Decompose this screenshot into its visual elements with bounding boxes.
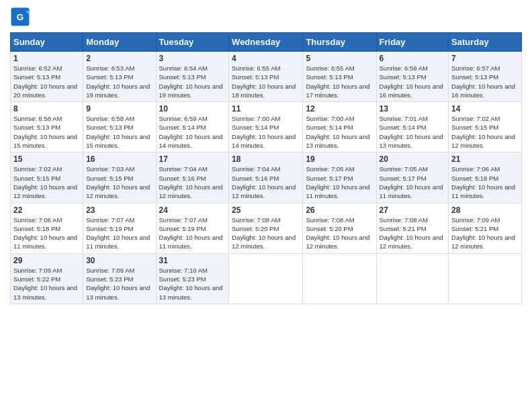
calendar-cell: 24 Sunrise: 7:07 AM Sunset: 5:19 PM Dayl… — [156, 203, 229, 253]
day-number: 5 — [306, 54, 373, 63]
day-number: 25 — [232, 205, 300, 215]
calendar-cell: 15 Sunrise: 7:02 AM Sunset: 5:15 PM Dayl… — [11, 152, 83, 203]
header-day: Monday — [83, 33, 156, 52]
day-info: Sunrise: 6:59 AM Sunset: 5:14 PM Dayligh… — [159, 114, 226, 150]
calendar-week-row: 1 Sunrise: 6:52 AM Sunset: 5:13 PM Dayli… — [11, 52, 522, 102]
day-number: 31 — [159, 256, 226, 265]
calendar-cell: 23 Sunrise: 7:07 AM Sunset: 5:19 PM Dayl… — [83, 203, 156, 253]
logo: G — [10, 7, 32, 27]
day-info: Sunrise: 7:02 AM Sunset: 5:15 PM Dayligh… — [13, 165, 80, 200]
logo-icon: G — [10, 7, 30, 27]
calendar-cell: 5 Sunrise: 6:55 AM Sunset: 5:13 PM Dayli… — [303, 52, 376, 102]
day-info: Sunrise: 7:09 AM Sunset: 5:22 PM Dayligh… — [13, 266, 80, 302]
calendar-cell: 16 Sunrise: 7:03 AM Sunset: 5:15 PM Dayl… — [83, 152, 156, 203]
day-number: 28 — [451, 205, 519, 215]
calendar-cell: 14 Sunrise: 7:02 AM Sunset: 5:15 PM Dayl… — [449, 102, 522, 152]
calendar-cell: 19 Sunrise: 7:05 AM Sunset: 5:17 PM Dayl… — [303, 152, 376, 203]
day-info: Sunrise: 6:55 AM Sunset: 5:13 PM Dayligh… — [232, 64, 300, 99]
day-info: Sunrise: 6:53 AM Sunset: 5:13 PM Dayligh… — [86, 64, 152, 99]
day-number: 26 — [306, 205, 373, 215]
calendar-cell: 10 Sunrise: 6:59 AM Sunset: 5:14 PM Dayl… — [156, 102, 229, 152]
day-info: Sunrise: 7:10 AM Sunset: 5:23 PM Dayligh… — [159, 266, 226, 302]
day-number: 4 — [232, 54, 300, 63]
day-info: Sunrise: 6:57 AM Sunset: 5:13 PM Dayligh… — [451, 64, 519, 99]
calendar-week-row: 8 Sunrise: 6:58 AM Sunset: 5:13 PM Dayli… — [11, 102, 522, 152]
calendar-cell — [449, 253, 522, 304]
day-number: 24 — [159, 205, 226, 215]
calendar-table: SundayMondayTuesdayWednesdayThursdayFrid… — [10, 32, 522, 304]
day-info: Sunrise: 7:02 AM Sunset: 5:15 PM Dayligh… — [451, 114, 519, 150]
calendar-cell: 28 Sunrise: 7:09 AM Sunset: 5:21 PM Dayl… — [449, 203, 522, 253]
svg-text:G: G — [17, 12, 24, 22]
day-info: Sunrise: 7:04 AM Sunset: 5:16 PM Dayligh… — [159, 165, 226, 200]
day-number: 13 — [380, 104, 446, 113]
calendar-cell: 6 Sunrise: 6:56 AM Sunset: 5:13 PM Dayli… — [376, 52, 449, 102]
day-number: 12 — [306, 104, 373, 113]
day-number: 15 — [13, 154, 80, 164]
day-number: 9 — [86, 104, 152, 113]
calendar-cell: 22 Sunrise: 7:06 AM Sunset: 5:18 PM Dayl… — [11, 203, 83, 253]
day-number: 6 — [380, 54, 446, 63]
calendar-cell — [303, 253, 376, 304]
header-day: Sunday — [11, 33, 83, 52]
day-info: Sunrise: 7:04 AM Sunset: 5:16 PM Dayligh… — [232, 165, 300, 200]
header-row: SundayMondayTuesdayWednesdayThursdayFrid… — [11, 33, 522, 52]
calendar-cell: 3 Sunrise: 6:54 AM Sunset: 5:13 PM Dayli… — [156, 52, 229, 102]
calendar-cell: 1 Sunrise: 6:52 AM Sunset: 5:13 PM Dayli… — [11, 52, 83, 102]
day-info: Sunrise: 7:01 AM Sunset: 5:14 PM Dayligh… — [380, 114, 446, 150]
day-info: Sunrise: 6:58 AM Sunset: 5:13 PM Dayligh… — [13, 114, 80, 150]
header: G — [10, 7, 522, 27]
day-number: 8 — [13, 104, 80, 113]
day-info: Sunrise: 7:09 AM Sunset: 5:23 PM Dayligh… — [86, 266, 152, 302]
day-info: Sunrise: 6:56 AM Sunset: 5:13 PM Dayligh… — [380, 64, 446, 99]
calendar-cell: 13 Sunrise: 7:01 AM Sunset: 5:14 PM Dayl… — [376, 102, 449, 152]
day-number: 23 — [86, 205, 152, 215]
day-number: 20 — [380, 154, 446, 164]
day-number: 2 — [86, 54, 152, 63]
day-info: Sunrise: 7:00 AM Sunset: 5:14 PM Dayligh… — [306, 114, 373, 150]
day-info: Sunrise: 6:55 AM Sunset: 5:13 PM Dayligh… — [306, 64, 373, 99]
day-info: Sunrise: 7:08 AM Sunset: 5:21 PM Dayligh… — [380, 216, 446, 251]
header-day: Friday — [376, 33, 449, 52]
day-info: Sunrise: 7:03 AM Sunset: 5:15 PM Dayligh… — [86, 165, 152, 200]
day-info: Sunrise: 7:00 AM Sunset: 5:14 PM Dayligh… — [232, 114, 300, 150]
day-info: Sunrise: 7:07 AM Sunset: 5:19 PM Dayligh… — [86, 216, 152, 251]
day-number: 18 — [232, 154, 300, 164]
day-number: 16 — [86, 154, 152, 164]
calendar-cell: 2 Sunrise: 6:53 AM Sunset: 5:13 PM Dayli… — [83, 52, 156, 102]
day-number: 29 — [13, 256, 80, 265]
day-info: Sunrise: 7:05 AM Sunset: 5:17 PM Dayligh… — [380, 165, 446, 200]
day-number: 7 — [451, 54, 519, 63]
day-number: 10 — [159, 104, 226, 113]
calendar-week-row: 29 Sunrise: 7:09 AM Sunset: 5:22 PM Dayl… — [11, 253, 522, 304]
day-number: 1 — [13, 54, 80, 63]
calendar-cell: 21 Sunrise: 7:06 AM Sunset: 5:18 PM Dayl… — [449, 152, 522, 203]
header-day: Thursday — [303, 33, 376, 52]
header-day: Saturday — [449, 33, 522, 52]
day-info: Sunrise: 6:58 AM Sunset: 5:13 PM Dayligh… — [86, 114, 152, 150]
day-number: 14 — [451, 104, 519, 113]
calendar-cell: 8 Sunrise: 6:58 AM Sunset: 5:13 PM Dayli… — [11, 102, 83, 152]
day-info: Sunrise: 7:06 AM Sunset: 5:18 PM Dayligh… — [13, 216, 80, 251]
day-info: Sunrise: 7:05 AM Sunset: 5:17 PM Dayligh… — [306, 165, 373, 200]
day-info: Sunrise: 6:52 AM Sunset: 5:13 PM Dayligh… — [13, 64, 80, 99]
day-number: 21 — [451, 154, 519, 164]
header-day: Tuesday — [156, 33, 229, 52]
day-number: 30 — [86, 256, 152, 265]
day-info: Sunrise: 7:08 AM Sunset: 5:20 PM Dayligh… — [232, 216, 300, 251]
calendar-cell: 26 Sunrise: 7:08 AM Sunset: 5:20 PM Dayl… — [303, 203, 376, 253]
day-number: 27 — [380, 205, 446, 215]
day-info: Sunrise: 7:09 AM Sunset: 5:21 PM Dayligh… — [451, 216, 519, 251]
calendar-cell: 27 Sunrise: 7:08 AM Sunset: 5:21 PM Dayl… — [376, 203, 449, 253]
day-number: 22 — [13, 205, 80, 215]
day-number: 3 — [159, 54, 226, 63]
calendar-cell: 7 Sunrise: 6:57 AM Sunset: 5:13 PM Dayli… — [449, 52, 522, 102]
calendar-cell: 25 Sunrise: 7:08 AM Sunset: 5:20 PM Dayl… — [229, 203, 303, 253]
day-info: Sunrise: 7:07 AM Sunset: 5:19 PM Dayligh… — [159, 216, 226, 251]
calendar-cell: 9 Sunrise: 6:58 AM Sunset: 5:13 PM Dayli… — [83, 102, 156, 152]
day-number: 19 — [306, 154, 373, 164]
day-number: 11 — [232, 104, 300, 113]
calendar-cell: 18 Sunrise: 7:04 AM Sunset: 5:16 PM Dayl… — [229, 152, 303, 203]
calendar-cell: 30 Sunrise: 7:09 AM Sunset: 5:23 PM Dayl… — [83, 253, 156, 304]
calendar-week-row: 15 Sunrise: 7:02 AM Sunset: 5:15 PM Dayl… — [11, 152, 522, 203]
